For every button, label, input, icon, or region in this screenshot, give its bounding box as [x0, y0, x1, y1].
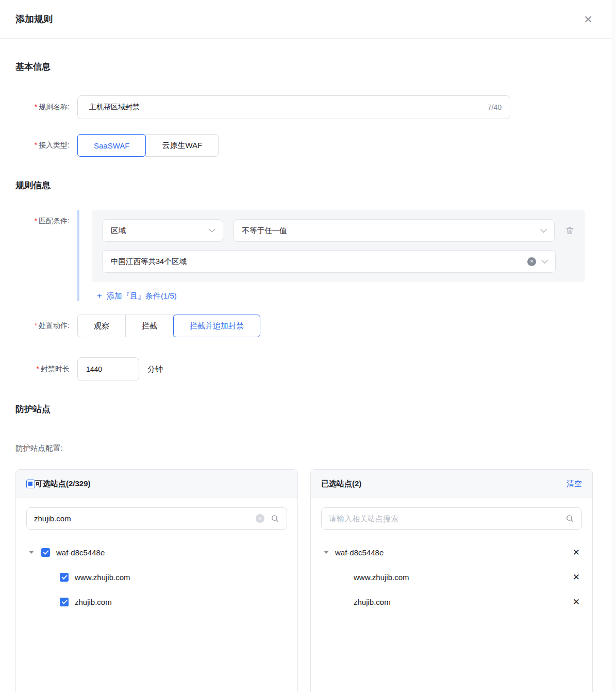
available-sites-title: 可选站点(2/329): [35, 479, 91, 489]
site-label: www.zhujib.com: [354, 573, 409, 582]
rule-name-input-wrap: 7/40: [77, 95, 510, 119]
action-label: *处置动作:: [15, 321, 77, 331]
remove-icon[interactable]: ✕: [573, 573, 580, 582]
search-icon[interactable]: [271, 514, 279, 523]
char-counter: 7/40: [488, 103, 502, 111]
condition-operator-select[interactable]: 不等于任一值: [234, 219, 555, 242]
ban-duration-row: *封禁时长 分钟: [15, 357, 601, 381]
site-label: zhujib.com: [75, 598, 112, 606]
dialog-title: 添加规则: [15, 13, 53, 25]
selected-sites-tree: waf-d8c5448e ✕ www.zhujib.com ✕ zhujib.c…: [311, 530, 592, 614]
dialog-body: 基本信息 *规则名称: 7/40 *接入类型: SaaSWAF 云原生WAF 规…: [0, 61, 616, 692]
selected-sites-header: 已选站点(2) 清空: [311, 470, 592, 498]
action-block-and-ban-button[interactable]: 拦截并追加封禁: [173, 315, 260, 337]
available-sites-tree: waf-d8c5448e www.zhujib.com zhujib.com: [16, 530, 297, 614]
rule-name-row: *规则名称: 7/40: [15, 95, 601, 119]
condition-region-select[interactable]: 中国江西等共34个区域 ✕: [102, 250, 556, 273]
condition-group: 区域 不等于任一值 中国江西等共34个区域: [77, 210, 601, 301]
rule-name-input[interactable]: [89, 103, 482, 111]
clear-all-link[interactable]: 清空: [567, 479, 582, 489]
required-asterisk: *: [35, 321, 37, 329]
access-type-saaswaf-button[interactable]: SaaSWAF: [77, 134, 146, 157]
condition-row-2: 中国江西等共34个区域 ✕: [102, 250, 575, 273]
available-search-wrap: ✕: [26, 507, 287, 530]
site-checkbox[interactable]: [60, 573, 69, 582]
available-search-input[interactable]: [34, 514, 256, 523]
site-config-label: 防护站点配置:: [15, 443, 601, 453]
dialog-header: 添加规则 ✕: [0, 0, 616, 39]
expander-icon[interactable]: [29, 551, 34, 554]
selected-sites-panel: 已选站点(2) 清空 waf-d8c5448e ✕: [310, 469, 593, 692]
action-group: 观察 拦截 拦截并追加封禁: [77, 315, 260, 337]
chevron-down-icon: [209, 226, 215, 233]
required-asterisk: *: [35, 217, 37, 225]
required-asterisk: *: [35, 141, 37, 149]
tree-site-row: zhujib.com: [16, 589, 297, 614]
remove-icon[interactable]: ✕: [573, 598, 580, 606]
access-type-row: *接入类型: SaaSWAF 云原生WAF: [15, 134, 601, 157]
tree-site-row: zhujib.com ✕: [311, 589, 592, 614]
clear-search-icon[interactable]: ✕: [256, 514, 264, 523]
trash-icon: [565, 226, 575, 236]
required-asterisk: *: [35, 103, 37, 111]
scrollbar[interactable]: [612, 0, 616, 692]
group-checkbox[interactable]: [41, 548, 50, 557]
match-condition-label: *匹配条件:: [15, 210, 77, 226]
basic-info-heading: 基本信息: [15, 61, 601, 73]
action-row: *处置动作: 观察 拦截 拦截并追加封禁: [15, 315, 601, 337]
tree-group-row: waf-d8c5448e: [16, 540, 297, 565]
chevron-down-icon: [540, 226, 547, 233]
group-label: waf-d8c5448e: [56, 548, 105, 557]
action-observe-button[interactable]: 观察: [77, 315, 126, 337]
search-icon[interactable]: [565, 514, 574, 523]
site-label: zhujib.com: [354, 598, 391, 606]
rule-name-label: *规则名称:: [15, 103, 77, 112]
clear-selection-icon[interactable]: ✕: [527, 257, 536, 266]
ban-duration-unit: 分钟: [147, 365, 163, 374]
required-asterisk: *: [37, 365, 39, 373]
chevron-down-icon: [541, 257, 548, 263]
access-type-cloudnative-button[interactable]: 云原生WAF: [145, 134, 219, 157]
condition-field-select[interactable]: 区域: [102, 219, 223, 242]
condition-panel: 区域 不等于任一值 中国江西等共34个区域: [92, 210, 585, 282]
ban-duration-input-wrap: [77, 357, 139, 381]
site-label: www.zhujib.com: [75, 573, 130, 582]
group-label: waf-d8c5448e: [335, 548, 384, 557]
expander-icon[interactable]: [324, 551, 329, 554]
ban-duration-input[interactable]: [86, 365, 130, 373]
selected-search-input[interactable]: [329, 514, 559, 523]
close-icon[interactable]: ✕: [582, 13, 594, 25]
match-condition-row: *匹配条件: 区域 不等于任一值: [15, 210, 601, 301]
action-block-button[interactable]: 拦截: [125, 315, 174, 337]
rule-info-heading: 规则信息: [15, 179, 601, 191]
access-type-label: *接入类型:: [15, 141, 77, 150]
plus-icon: +: [97, 291, 102, 301]
site-checkbox[interactable]: [60, 598, 69, 606]
selected-search-wrap: [321, 507, 582, 530]
add-and-condition-link[interactable]: + 添加『且』条件(1/5): [97, 291, 601, 301]
remove-icon[interactable]: ✕: [573, 548, 580, 557]
access-type-group: SaaSWAF 云原生WAF: [77, 134, 219, 157]
condition-row-1: 区域 不等于任一值: [102, 219, 575, 242]
select-all-checkbox[interactable]: [26, 480, 35, 488]
protected-sites-heading: 防护站点: [15, 403, 601, 415]
site-transfer: 可选站点(2/329) ✕ waf-d8c5448e: [15, 469, 601, 692]
ban-duration-label: *封禁时长: [15, 365, 77, 374]
delete-condition-button[interactable]: [565, 226, 575, 236]
available-sites-panel: 可选站点(2/329) ✕ waf-d8c5448e: [15, 469, 298, 692]
selected-sites-title: 已选站点(2): [321, 479, 361, 489]
tree-site-row: www.zhujib.com: [16, 565, 297, 589]
tree-site-row: www.zhujib.com ✕: [311, 565, 592, 589]
available-sites-header: 可选站点(2/329): [16, 470, 297, 498]
tree-group-row: waf-d8c5448e ✕: [311, 540, 592, 565]
